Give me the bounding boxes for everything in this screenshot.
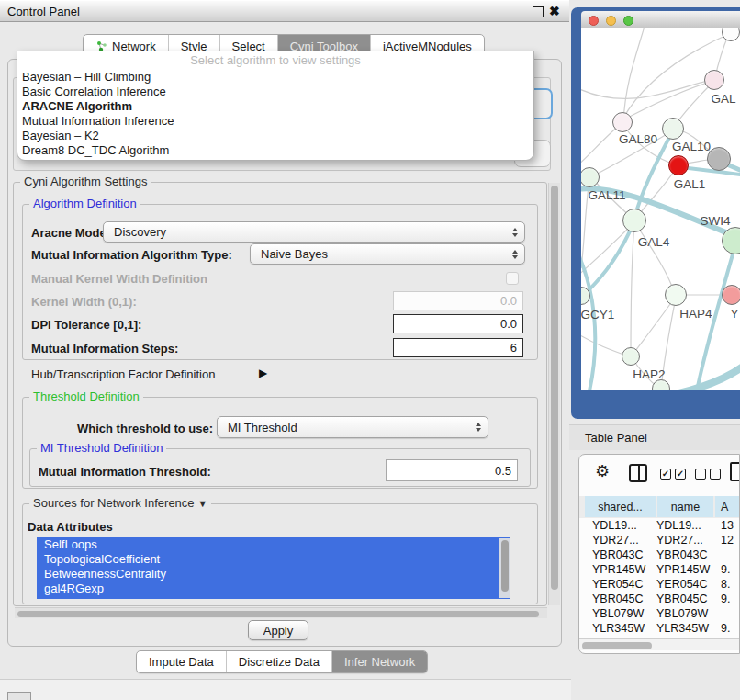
table-row[interactable]: YBL079WYBL079W xyxy=(579,607,740,622)
network-node-gal1[interactable] xyxy=(668,155,689,175)
app-screen: Control Panel ✖ Network Style Select Cyn… xyxy=(0,0,740,700)
algorithm-option[interactable]: ARACNE Algorithm xyxy=(17,99,533,114)
sources-group-title-text: Sources for Network Inference xyxy=(33,496,195,510)
aracne-mode-value: Discovery xyxy=(114,225,166,239)
column-header-name-label: name xyxy=(671,501,700,514)
cut-off-button[interactable] xyxy=(7,692,31,700)
column-header-shared[interactable]: shared... xyxy=(585,496,656,517)
settings-hscrollbar-track[interactable] xyxy=(15,607,547,618)
table-row[interactable]: YDL19...YDL19...13 xyxy=(579,519,740,534)
network-node-y[interactable] xyxy=(722,285,740,305)
attributes-vscrollbar-track[interactable] xyxy=(499,538,510,598)
table-row[interactable]: YDR27...YDR27...12 xyxy=(579,534,740,548)
manual-kernel-width-checkbox[interactable] xyxy=(506,272,519,285)
cell-name: YBL079W xyxy=(656,607,708,620)
table-row[interactable]: YBR043CYBR043C xyxy=(579,548,740,563)
data-attributes-list[interactable]: SelfLoopsTopologicalCoefficientBetweenne… xyxy=(37,537,510,599)
cell-value: 9. xyxy=(721,593,730,605)
network-node-gal4[interactable] xyxy=(622,209,646,232)
kernel-width-input[interactable]: 0.0 xyxy=(393,291,523,310)
algorithm-option[interactable]: Bayesian – Hill Climbing xyxy=(17,70,533,85)
aracne-mode-label: Aracne Mode: xyxy=(31,226,110,240)
tab-infer-network[interactable]: Infer Network xyxy=(332,651,427,672)
data-attribute-item[interactable]: BetweennessCentrality xyxy=(37,567,510,581)
deselect-all-checks-icon[interactable] xyxy=(695,469,706,480)
data-attribute-item[interactable]: SelfLoops xyxy=(37,537,510,552)
network-node-label: GAL11 xyxy=(588,188,625,202)
network-node-label: GAL10 xyxy=(672,140,711,153)
data-attribute-item[interactable]: gal4RGexp xyxy=(37,581,510,596)
table-hscrollbar-track[interactable] xyxy=(579,638,740,650)
attributes-vscrollbar-thumb[interactable] xyxy=(501,540,509,592)
dpi-tolerance-label: DPI Tolerance [0,1]: xyxy=(31,318,141,332)
settings-hscrollbar-thumb[interactable] xyxy=(17,611,539,617)
cell-shared: YBR043C xyxy=(592,548,644,561)
network-window-titlebar[interactable] xyxy=(581,11,740,28)
table-hscrollbar-thumb[interactable] xyxy=(582,642,652,649)
control-panel-title: Control Panel xyxy=(7,5,80,18)
table-row[interactable]: YPR145WYPR145W9. xyxy=(579,563,740,578)
column-header-name[interactable]: name xyxy=(657,496,713,517)
network-canvas[interactable]: GALGAL80GAL10GAL1GAL11SWI4GAL4GCY1HAP4YH… xyxy=(581,28,740,390)
mi-threshold-input[interactable]: 0.5 xyxy=(386,459,518,481)
deselect-all-checks-icon[interactable] xyxy=(710,469,721,480)
algorithm-option[interactable]: Dream8 DC_TDC Algorithm xyxy=(17,143,533,158)
column-header-partial[interactable]: A xyxy=(715,496,740,517)
cell-shared: YDL19... xyxy=(592,519,637,532)
tab-impute-data-label: Impute Data xyxy=(149,655,214,669)
settings-vscrollbar-track[interactable] xyxy=(548,183,560,605)
kernel-width-label: Kernel Width (0,1): xyxy=(31,295,137,309)
float-icon[interactable] xyxy=(533,6,544,17)
split-columns-icon[interactable] xyxy=(629,464,647,482)
settings-vscrollbar-thumb[interactable] xyxy=(551,186,558,590)
table-row[interactable]: YBR045CYBR045C9. xyxy=(579,593,740,607)
which-threshold-combobox[interactable]: MI Threshold xyxy=(217,416,488,438)
network-node-hap4[interactable] xyxy=(665,284,687,306)
collapse-arrow-icon[interactable]: ▼ xyxy=(197,498,207,509)
hub-definition-label[interactable]: Hub/Transcription Factor Definition xyxy=(31,367,215,381)
table-row[interactable]: YER054CYER054C8. xyxy=(579,578,740,593)
close-icon[interactable]: ✖ xyxy=(549,4,560,18)
network-node-hap2[interactable] xyxy=(622,347,640,366)
settings-gear-icon[interactable]: ⚙ xyxy=(595,461,610,481)
algorithm-option[interactable]: Mutual Information Inference xyxy=(17,114,533,129)
table-panel-header: Table Panel xyxy=(569,424,740,450)
dpi-tolerance-input[interactable]: 0.0 xyxy=(393,314,523,333)
mi-algorithm-type-label: Mutual Information Algorithm Type: xyxy=(31,248,232,262)
algorithm-option[interactable]: Bayesian – K2 xyxy=(17,129,533,143)
mi-algorithm-type-combobox[interactable]: Naive Bayes xyxy=(250,243,525,265)
combobox-stepper-icon xyxy=(476,423,481,432)
mac-close-icon[interactable] xyxy=(589,16,599,26)
network-node[interactable] xyxy=(707,147,731,171)
aracne-mode-combobox[interactable]: Discovery xyxy=(103,221,525,243)
cell-value: 9. xyxy=(721,563,730,576)
network-node-gal10[interactable] xyxy=(662,118,684,140)
tab-discretize-data[interactable]: Discretize Data xyxy=(227,651,332,672)
apply-button[interactable]: Apply xyxy=(248,620,308,640)
network-node-gal80[interactable] xyxy=(612,112,633,132)
mac-zoom-icon[interactable] xyxy=(623,16,633,26)
select-all-checks-icon[interactable]: ✓ xyxy=(660,469,671,480)
cell-shared: YDR27... xyxy=(592,534,639,547)
cell-shared: YBR045C xyxy=(592,593,644,605)
cell-name: YDL19... xyxy=(656,519,701,532)
mi-steps-input[interactable]: 6 xyxy=(393,338,523,357)
new-table-document-icon[interactable] xyxy=(730,462,740,481)
data-attribute-item[interactable]: TopologicalCoefficient xyxy=(37,552,510,567)
network-node-label: GCY1 xyxy=(581,308,614,322)
table-row[interactable]: YLR345WYLR345W9. xyxy=(579,622,740,637)
select-all-checks-icon[interactable]: ✓ xyxy=(675,469,686,480)
mi-steps-value: 6 xyxy=(510,341,517,355)
mac-minimize-icon[interactable] xyxy=(606,16,616,26)
which-threshold-value: MI Threshold xyxy=(228,421,297,435)
network-node-label: SWI4 xyxy=(700,214,730,228)
sources-group-title[interactable]: Sources for Network Inference ▼ xyxy=(29,497,211,510)
cell-shared: YLR345W xyxy=(592,622,645,635)
disclosure-arrow-icon[interactable]: ▶ xyxy=(259,367,267,380)
algorithm-option[interactable]: Basic Correlation Inference xyxy=(17,85,533,99)
tab-impute-data[interactable]: Impute Data xyxy=(137,651,227,672)
network-node-label: GAL80 xyxy=(619,132,657,146)
network-node-gal[interactable] xyxy=(704,70,724,90)
combobox-stepper-icon xyxy=(512,228,518,237)
kernel-width-value: 0.0 xyxy=(500,294,517,308)
